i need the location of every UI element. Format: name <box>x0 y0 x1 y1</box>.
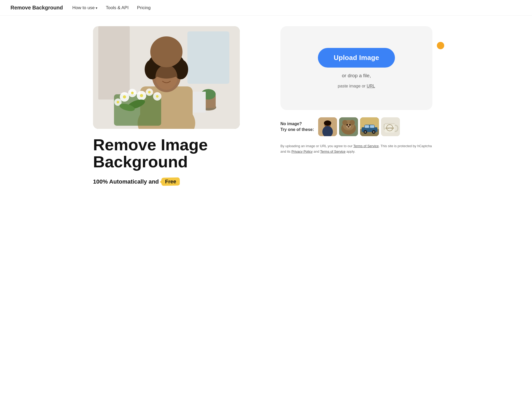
upload-image-button[interactable]: Upload Image <box>318 48 395 68</box>
right-column: Upload Image or drop a file, paste image… <box>274 26 439 186</box>
nav-pricing[interactable]: Pricing <box>137 5 151 10</box>
sample-thumb-bear[interactable] <box>339 117 358 136</box>
privacy-policy-link[interactable]: Privacy Policy <box>291 150 313 153</box>
svg-point-42 <box>349 124 351 126</box>
svg-rect-2 <box>98 26 130 100</box>
url-link[interactable]: URL <box>367 84 375 88</box>
svg-point-23 <box>123 95 126 98</box>
samples-label: No image? Try one of these: <box>280 121 314 133</box>
samples-row: No image? Try one of these: <box>280 117 432 136</box>
sample-thumb-person[interactable] <box>318 117 337 136</box>
hero-title: Remove Image Background <box>93 136 258 170</box>
terms-link-2[interactable]: Terms of Service <box>320 150 346 153</box>
paste-text: paste image or URL <box>338 84 375 89</box>
hero-subtitle: 100% Automatically and Free <box>93 178 258 186</box>
main-content: Remove Image Background 100% Automatical… <box>83 16 449 196</box>
nav-logo[interactable]: Remove Background <box>10 5 63 11</box>
svg-point-43 <box>348 126 350 128</box>
svg-point-26 <box>148 91 151 93</box>
svg-point-54 <box>373 131 374 133</box>
nav-tools-api[interactable]: Tools & API <box>106 5 129 10</box>
svg-rect-1 <box>187 31 229 84</box>
terms-link-1[interactable]: Terms of Service <box>353 144 379 148</box>
sample-thumb-car[interactable] <box>360 117 379 136</box>
svg-point-15 <box>155 65 177 90</box>
svg-point-25 <box>140 94 143 97</box>
svg-point-52 <box>365 131 366 133</box>
svg-rect-50 <box>370 125 374 128</box>
svg-rect-61 <box>385 123 395 124</box>
svg-rect-49 <box>365 125 369 128</box>
sample-thumb-mug[interactable]: COFFEE <box>381 117 400 136</box>
drop-text: or drop a file, <box>342 73 371 79</box>
svg-point-24 <box>131 92 134 94</box>
hero-image <box>93 26 240 129</box>
svg-point-28 <box>156 95 159 98</box>
upload-dropzone[interactable]: Upload Image or drop a file, paste image… <box>280 26 432 110</box>
svg-point-27 <box>117 101 119 103</box>
free-badge: Free <box>161 178 180 186</box>
svg-text:COFFEE: COFFEE <box>386 127 394 129</box>
left-column: Remove Image Background 100% Automatical… <box>93 26 258 186</box>
nav-how-to-use[interactable]: How to use <box>72 5 97 10</box>
deco-dot <box>437 42 444 49</box>
navbar: Remove Background How to use Tools & API… <box>0 0 532 16</box>
terms-text: By uploading an image or URL you agree t… <box>280 144 432 155</box>
sample-thumbs: COFFEE <box>318 117 400 136</box>
hero-photo <box>93 26 240 129</box>
svg-point-34 <box>324 120 331 126</box>
svg-point-41 <box>346 124 348 126</box>
